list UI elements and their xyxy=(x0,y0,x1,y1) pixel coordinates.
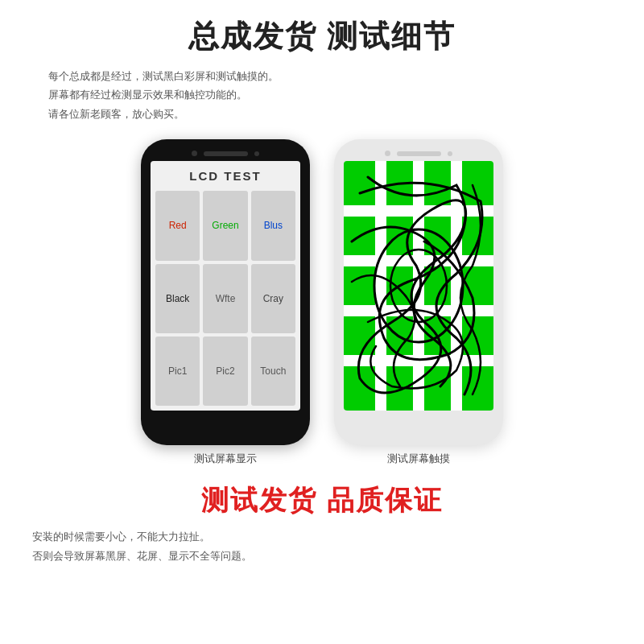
black-phone-top-bar xyxy=(149,151,302,156)
lcd-cell-red[interactable]: Red xyxy=(155,191,200,260)
lcd-title: LCD TEST xyxy=(189,169,261,183)
footer-line2: 否则会导致屏幕黑屏、花屏、显示不全等问题。 xyxy=(32,550,252,562)
lcd-grid: Red Green Blus Black Wfte Cray Pic1 Pic2… xyxy=(155,191,295,406)
white-phone-container: 测试屏幕触摸 xyxy=(334,139,503,466)
black-phone-screen: LCD TEST Red Green Blus Black Wfte Cray … xyxy=(151,161,300,411)
white-phone-caption: 测试屏幕触摸 xyxy=(387,452,450,466)
white-phone-top-bar xyxy=(342,151,495,156)
white-front-cam-dot xyxy=(448,151,452,156)
page-wrapper: 总成发货 测试细节 每个总成都是经过，测试黑白彩屏和测试触摸的。 屏幕都有经过检… xyxy=(0,0,644,644)
subtitle-line3: 请各位新老顾客，放心购买。 xyxy=(48,108,184,120)
bottom-section: 测试发货 品质保证 安装的时候需要小心，不能大力拉扯。 否则会导致屏幕黑屏、花屏… xyxy=(32,482,612,565)
subtitle-line2: 屏幕都有经过检测显示效果和触控功能的。 xyxy=(48,89,247,101)
phones-section: LCD TEST Red Green Blus Black Wfte Cray … xyxy=(32,139,612,466)
bottom-text: 安装的时候需要小心，不能大力拉扯。 否则会导致屏幕黑屏、花屏、显示不全等问题。 xyxy=(32,527,612,565)
lcd-cell-touch[interactable]: Touch xyxy=(251,336,295,406)
white-phone-screen xyxy=(344,161,493,411)
lcd-cell-black[interactable]: Black xyxy=(155,264,200,333)
lcd-cell-gray[interactable]: Cray xyxy=(251,264,295,333)
front-cam-dot xyxy=(254,151,259,156)
lcd-cell-blue[interactable]: Blus xyxy=(251,191,295,260)
subtitle-line1: 每个总成都是经过，测试黑白彩屏和测试触摸的。 xyxy=(48,70,279,82)
touch-test-svg xyxy=(344,161,493,411)
white-front-camera-dot xyxy=(385,151,390,156)
lcd-cell-pic1[interactable]: Pic1 xyxy=(155,336,200,406)
footer-line1: 安装的时候需要小心，不能大力拉扯。 xyxy=(32,530,210,543)
subtitle-text: 每个总成都是经过，测试黑白彩屏和测试触摸的。 屏幕都有经过检测显示效果和触控功能… xyxy=(48,67,596,123)
lcd-cell-pic2[interactable]: Pic2 xyxy=(203,336,247,406)
lcd-cell-green[interactable]: Green xyxy=(203,191,247,260)
white-phone xyxy=(334,139,503,445)
main-title: 总成发货 测试细节 xyxy=(188,16,456,57)
black-phone-caption: 测试屏幕显示 xyxy=(194,452,257,466)
front-camera-dot xyxy=(192,151,197,156)
bottom-title: 测试发货 品质保证 xyxy=(32,482,612,519)
lcd-cell-white[interactable]: Wfte xyxy=(203,264,247,333)
white-speaker-bar xyxy=(397,151,441,156)
black-phone: LCD TEST Red Green Blus Black Wfte Cray … xyxy=(141,139,310,445)
speaker-bar xyxy=(204,151,248,156)
black-phone-container: LCD TEST Red Green Blus Black Wfte Cray … xyxy=(141,139,310,466)
